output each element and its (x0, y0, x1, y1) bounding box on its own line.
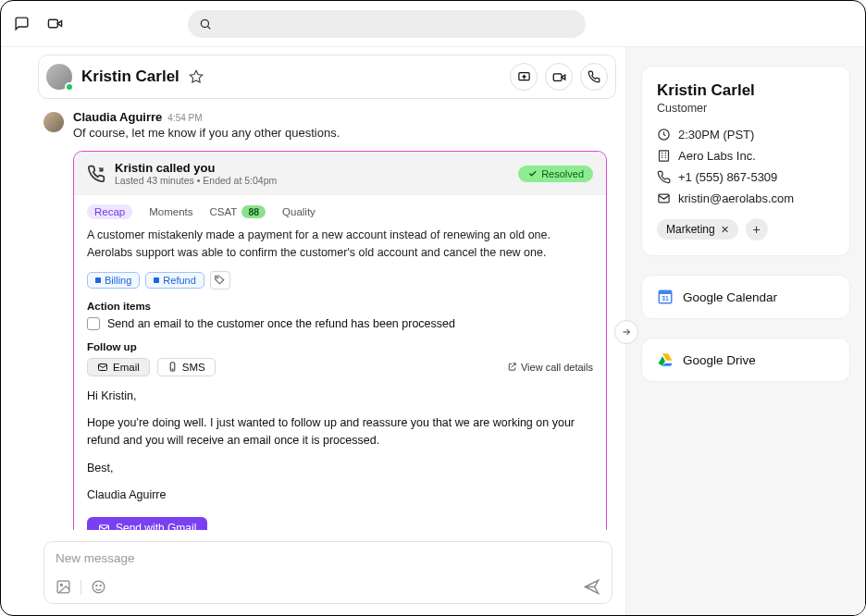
screen-share-button[interactable] (510, 63, 538, 91)
main-row: Kristin Carlel Claudia Aguirre 4: (1, 47, 865, 615)
resolved-badge: Resolved (518, 166, 593, 182)
svg-rect-4 (553, 73, 562, 80)
search-input[interactable] (188, 10, 586, 38)
draft-body: Hope you're doing well. I just wanted to… (87, 414, 593, 450)
svg-point-5 (216, 277, 217, 278)
tab-recap[interactable]: Recap (87, 204, 132, 219)
app-window: Kristin Carlel Claudia Aguirre 4: (0, 0, 866, 616)
csat-score: 88 (241, 205, 266, 218)
tab-moments[interactable]: Moments (149, 206, 192, 217)
call-body: A customer mistakenly made a payment for… (74, 225, 606, 530)
add-tag-button[interactable]: + (746, 218, 768, 240)
action-checkbox[interactable] (87, 317, 100, 330)
chip-billing[interactable]: Billing (87, 272, 140, 289)
followup-sms[interactable]: SMS (157, 358, 216, 376)
phone-call-button[interactable] (580, 63, 608, 91)
mail-icon (98, 523, 110, 530)
svg-point-1 (201, 19, 208, 27)
svg-rect-19 (659, 290, 672, 294)
external-link-icon (507, 362, 517, 372)
action-items-label: Action items (87, 301, 593, 312)
send-button[interactable] (583, 578, 600, 596)
image-attach-icon[interactable] (56, 579, 71, 595)
tag-marketing[interactable]: Marketing ✕ (657, 219, 738, 240)
chat-icon[interactable] (10, 13, 32, 35)
video-call-button[interactable] (545, 63, 573, 91)
action-item-row: Send an email to the customer once the r… (87, 317, 593, 330)
tag-icon (214, 274, 226, 286)
draft-signoff: Best, (87, 460, 593, 477)
emoji-icon[interactable] (91, 579, 106, 595)
presence-dot (65, 82, 74, 92)
tab-csat[interactable]: CSAT 88 (210, 205, 266, 218)
chip-refund[interactable]: Refund (145, 272, 204, 289)
info-email-value: kristin@aerolabs.com (678, 191, 794, 205)
send-with-gmail-button[interactable]: Send with Gmail (87, 517, 207, 530)
side-role: Customer (657, 102, 835, 115)
followup-label: Follow up (87, 341, 593, 352)
action-item-text: Send an email to the customer once the r… (107, 317, 455, 330)
tag-label: Marketing (666, 223, 715, 236)
followup-email[interactable]: Email (87, 358, 150, 376)
send-gmail-label: Send with Gmail (116, 522, 196, 530)
info-list: 2:30PM (PST) Aero Labs Inc. +1 (555) 867… (657, 128, 835, 205)
svg-text:31: 31 (662, 295, 669, 302)
side-name: Kristin Carlel (657, 81, 835, 100)
draft-greeting: Hi Kristin, (87, 388, 593, 405)
followup-draft[interactable]: Hi Kristin, Hope you're doing well. I ju… (87, 388, 593, 505)
message-time: 4:54 PM (167, 113, 202, 123)
svg-point-14 (100, 585, 101, 586)
mail-icon (657, 191, 671, 205)
avatar[interactable] (46, 64, 72, 90)
mail-icon (97, 362, 108, 373)
google-calendar-icon: 31 (657, 289, 674, 305)
followup-row: Email SMS View call details (87, 358, 593, 376)
svg-point-13 (96, 585, 97, 586)
view-call-details[interactable]: View call details (507, 362, 593, 373)
search-icon (199, 18, 212, 31)
call-title: Kristin called you (115, 161, 277, 175)
phone-icon (657, 170, 671, 184)
composer-input[interactable] (56, 551, 600, 565)
video-icon[interactable] (43, 13, 66, 35)
author-avatar[interactable] (43, 112, 64, 132)
info-time: 2:30PM (PST) (657, 128, 835, 142)
info-email[interactable]: kristin@aerolabs.com (657, 191, 835, 205)
composer-divider (80, 580, 81, 595)
google-calendar-card[interactable]: 31 Google Calendar (641, 275, 850, 319)
info-time-value: 2:30PM (PST) (678, 128, 754, 142)
svg-point-8 (172, 369, 173, 370)
message: Claudia Aguirre 4:54 PM Of course, let m… (43, 110, 607, 140)
arrow-right-icon (621, 326, 632, 338)
svg-point-12 (93, 581, 105, 593)
info-phone[interactable]: +1 (555) 867-5309 (657, 170, 835, 184)
add-tag-button[interactable] (210, 271, 230, 290)
call-card: Kristin called you Lasted 43 minutes • E… (73, 151, 607, 530)
google-drive-icon (657, 351, 674, 368)
composer[interactable] (43, 541, 612, 604)
contact-name: Kristin Carlel (81, 68, 179, 86)
gcal-label: Google Calendar (683, 290, 777, 304)
contact-header: Kristin Carlel (38, 55, 616, 99)
remove-tag-icon[interactable]: ✕ (721, 224, 729, 236)
main-column: Kristin Carlel Claudia Aguirre 4: (1, 47, 625, 615)
google-drive-card[interactable]: Google Drive (641, 338, 850, 382)
svg-rect-0 (48, 19, 57, 28)
call-description: A customer mistakenly made a payment for… (87, 227, 593, 262)
svg-marker-2 (190, 70, 202, 82)
call-subtitle: Lasted 43 minutes • Ended at 5:04pm (115, 175, 277, 186)
clock-icon (657, 128, 671, 142)
sidebar: Kristin Carlel Customer 2:30PM (PST) Aer… (625, 47, 865, 615)
csat-label: CSAT (210, 206, 238, 217)
thread: Claudia Aguirre 4:54 PM Of course, let m… (1, 99, 625, 530)
message-body: Of course, let me know if you any other … (73, 126, 340, 140)
info-company-value: Aero Labs Inc. (678, 149, 756, 163)
tab-quality[interactable]: Quality (282, 206, 315, 217)
info-phone-value: +1 (555) 867-5309 (678, 170, 777, 184)
phone-icon (167, 362, 178, 372)
incoming-call-icon (87, 165, 105, 183)
collapse-sidebar-button[interactable] (614, 320, 638, 344)
svg-rect-10 (57, 581, 69, 593)
info-company: Aero Labs Inc. (657, 149, 835, 163)
star-icon[interactable] (189, 69, 204, 84)
